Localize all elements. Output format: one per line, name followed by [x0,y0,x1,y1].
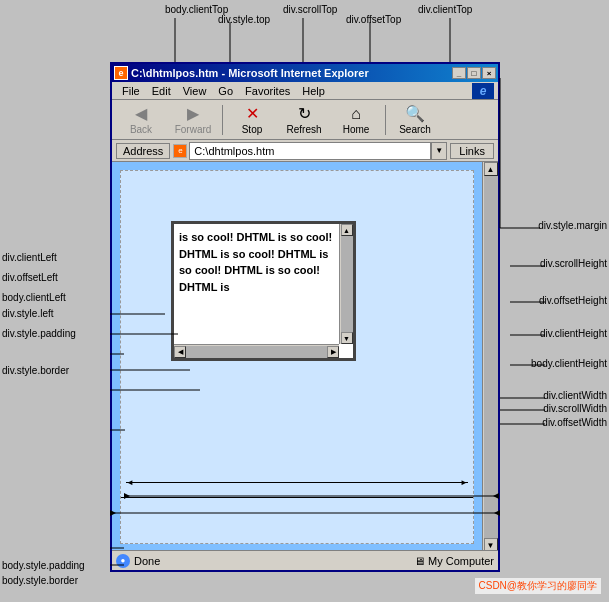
scroll-up-arrow[interactable]: ▲ [341,224,353,236]
status-zone-icon: 🖥 [414,555,425,567]
label-div-style-border: div.style.border [2,365,69,376]
forward-label: Forward [175,124,212,135]
status-text: Done [134,555,160,567]
label-client-top-2: div.clientTop [418,4,472,15]
toolbar: ◀ Back ▶ Forward ✕ Stop ↻ Refresh ⌂ Home… [112,100,498,140]
ie-title-icon: e [114,66,128,80]
search-label: Search [399,124,431,135]
home-button[interactable]: ⌂ Home [331,102,381,138]
search-button[interactable]: 🔍 Search [390,102,440,138]
scroll-down-arrow[interactable]: ▼ [341,332,353,344]
scroll-left-arrow[interactable]: ◀ [174,346,186,358]
label-div-scroll-top: div.scrollTop [283,4,337,15]
status-zone: 🖥 My Computer [414,555,494,567]
toolbar-sep-1 [222,105,223,135]
ie-logo: e [472,83,494,99]
label-div-style-left: div.style.left [2,308,54,319]
label-div-style-margin: div.style.margin [538,220,607,231]
label-div-offset-height: div.offsetHeight [539,295,607,306]
menu-file[interactable]: File [116,84,146,98]
links-button[interactable]: Links [450,143,494,159]
address-value: C:\dhtmlpos.htm [194,145,274,157]
address-bar: Address e C:\dhtmlpos.htm ▼ Links [112,140,498,162]
refresh-label: Refresh [286,124,321,135]
window-title: C:\dhtmlpos.htm - Microsoft Internet Exp… [131,67,369,79]
scroll-right-arrow[interactable]: ▶ [327,346,339,358]
content-text: is so cool! DHTML is so cool! DHTML is s… [179,231,332,293]
label-div-offset-width: div.offsetWidth [542,417,607,428]
menu-view[interactable]: View [177,84,213,98]
menu-bar: File Edit View Go Favorites Help e [112,82,498,100]
div-scrollbar-h[interactable]: ◀ ▶ [174,344,339,358]
div-box: is so cool! DHTML is so cool! DHTML is s… [171,221,356,361]
menu-favorites[interactable]: Favorites [239,84,296,98]
back-button[interactable]: ◀ Back [116,102,166,138]
label-div-client-left: div.clientLeft [2,252,57,263]
browser-window: e C:\dhtmlpos.htm - Microsoft Internet E… [110,62,500,572]
label-div-client-height: div.clientHeight [540,328,607,339]
maximize-button[interactable]: □ [467,67,481,79]
address-bar-icon: e [173,144,187,158]
browser-scroll-up[interactable]: ▲ [484,162,498,176]
address-label: Address [116,143,170,159]
back-label: Back [130,124,152,135]
label-div-scroll-height: div.scrollHeight [540,258,607,269]
label-body-style-padding: body.style.padding [2,560,85,571]
watermark: CSDN@教你学习的廖同学 [475,578,602,594]
menu-edit[interactable]: Edit [146,84,177,98]
address-input[interactable]: C:\dhtmlpos.htm [189,142,431,160]
label-body-client-left: body.clientLeft [2,292,66,303]
browser-scrollbar-v[interactable]: ▲ ▼ [482,162,498,552]
title-controls: _ □ × [452,67,496,79]
browser-content: is so cool! DHTML is so cool! DHTML is s… [112,162,498,568]
status-zone-text: My Computer [428,555,494,567]
left-arrow-marker-1: ◄ [126,478,134,487]
refresh-icon: ↻ [298,104,311,123]
back-icon: ◀ [135,104,147,123]
forward-icon: ▶ [187,104,199,123]
label-div-offset-left: div.offsetLeft [2,272,58,283]
home-label: Home [343,124,370,135]
label-body-client-height: body.clientHeight [531,358,607,369]
address-dropdown[interactable]: ▼ [431,142,447,160]
div-content: is so cool! DHTML is so cool! DHTML is s… [174,224,339,300]
close-button[interactable]: × [482,67,496,79]
label-div-style-padding: div.style.padding [2,328,76,339]
minimize-button[interactable]: _ [452,67,466,79]
title-bar: e C:\dhtmlpos.htm - Microsoft Internet E… [112,64,498,82]
status-bar: ● Done 🖥 My Computer [112,550,498,570]
stop-label: Stop [242,124,263,135]
stop-icon: ✕ [246,104,259,123]
body-client-width-line [126,482,468,483]
label-body-style-border: body.style.border [2,575,78,586]
label-div-client-width: div.clientWidth [543,390,607,401]
scroll-track-v [341,236,353,332]
body-area: is so cool! DHTML is so cool! DHTML is s… [120,170,474,544]
label-div-scroll-width: div.scrollWidth [543,403,607,414]
menu-go[interactable]: Go [212,84,239,98]
right-arrow-marker-1: ► [460,478,468,487]
label-div-offset-top: div.offsetTop [346,14,401,25]
forward-button[interactable]: ▶ Forward [168,102,218,138]
browser-scroll-track-v [484,176,498,538]
home-icon: ⌂ [351,105,361,123]
div-scrollbar-v[interactable]: ▲ ▼ [339,224,353,344]
label-div-style-top: div.style.top [218,14,270,25]
search-icon: 🔍 [405,104,425,123]
stop-button[interactable]: ✕ Stop [227,102,277,138]
body-offset-width-line [121,497,473,498]
refresh-button[interactable]: ↻ Refresh [279,102,329,138]
title-bar-left: e C:\dhtmlpos.htm - Microsoft Internet E… [114,66,369,80]
menu-help[interactable]: Help [296,84,331,98]
scroll-track-h [186,346,327,358]
toolbar-sep-2 [385,105,386,135]
done-icon: ● [116,554,130,568]
